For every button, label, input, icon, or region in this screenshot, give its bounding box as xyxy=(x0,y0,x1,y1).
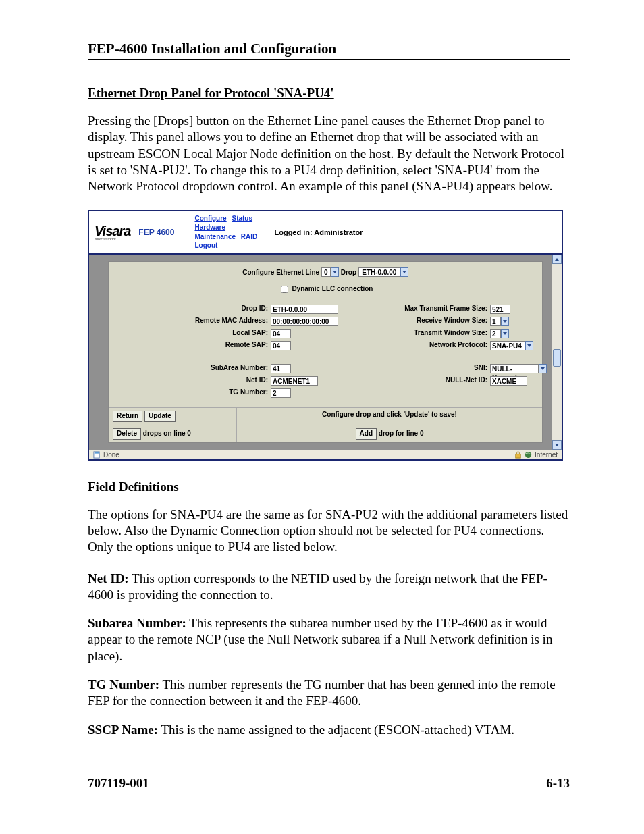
svg-rect-1 xyxy=(95,452,99,453)
section-heading: Ethernet Drop Panel for Protocol 'SNA-PU… xyxy=(88,86,570,101)
def-sscp-term: SSCP Name: xyxy=(88,723,158,737)
def-sscp-body: This is the name assigned to the adjacen… xyxy=(158,723,514,737)
browser-status-bar: Done Internet xyxy=(89,450,562,459)
update-button[interactable]: Update xyxy=(144,411,176,422)
svg-point-3 xyxy=(525,451,531,457)
chevron-down-icon xyxy=(501,317,509,326)
scroll-thumb[interactable] xyxy=(553,349,561,367)
nav-hardware[interactable]: Hardware xyxy=(194,224,225,231)
tx-window-select[interactable]: 2 xyxy=(490,329,509,338)
max-tx-input[interactable]: 521 xyxy=(490,305,510,314)
delete-suffix: drops on line 0 xyxy=(141,429,191,437)
document-title: FEP-4600 Installation and Configuration xyxy=(88,41,570,60)
nullnet-label: NULL-Net ID: xyxy=(355,376,490,386)
rx-window-select[interactable]: 1 xyxy=(490,317,509,326)
remote-mac-label: Remote MAC Address: xyxy=(115,317,271,326)
chevron-down-icon xyxy=(501,329,509,338)
nav-links: Configure Status Hardware Maintenance RA… xyxy=(194,214,269,251)
def-netid: Net ID: This option corresponds to the N… xyxy=(88,571,570,604)
screenshot-panel: Visara International FEP 4600 Configure … xyxy=(88,210,563,461)
lock-icon xyxy=(514,451,522,459)
nav-raid[interactable]: RAID xyxy=(241,233,257,240)
chevron-down-icon xyxy=(400,267,408,277)
nav-logout[interactable]: Logout xyxy=(194,242,217,249)
page-icon xyxy=(93,451,101,459)
nav-status[interactable]: Status xyxy=(232,215,252,222)
subarea-label: SubArea Number: xyxy=(115,364,271,373)
def-netid-term: Net ID: xyxy=(88,571,129,585)
def-sscp: SSCP Name: This is the name assigned to … xyxy=(88,722,570,738)
scrollbar[interactable] xyxy=(552,255,562,450)
status-done: Done xyxy=(103,451,119,459)
nav-maintenance[interactable]: Maintenance xyxy=(194,233,236,240)
update-hint: Configure drop and click 'Update' to sav… xyxy=(237,408,542,425)
dynamic-llc-checkbox[interactable] xyxy=(281,286,288,293)
chevron-down-icon xyxy=(539,364,547,373)
remote-sap-input[interactable]: 04 xyxy=(271,341,291,350)
dynamic-llc-label: Dynamic LLC connection xyxy=(292,285,373,292)
def-subarea-term: Subarea Number: xyxy=(88,616,186,630)
line-select[interactable]: 0 xyxy=(321,267,339,277)
delete-button[interactable]: Delete xyxy=(113,428,141,440)
field-def-heading: Field Definitions xyxy=(88,479,570,494)
subarea-input[interactable]: 41 xyxy=(271,364,291,373)
tg-number-input[interactable]: 2 xyxy=(271,388,291,398)
intro-paragraph: Pressing the [Drops] button on the Ether… xyxy=(88,113,570,195)
chevron-down-icon xyxy=(525,341,533,350)
return-button[interactable]: Return xyxy=(113,411,142,422)
sni-label: SNI: xyxy=(355,364,490,373)
drop-id-input[interactable]: ETH-0.0.00 xyxy=(271,305,338,314)
max-tx-label: Max Transmit Frame Size: xyxy=(355,305,490,314)
svg-rect-2 xyxy=(516,454,520,458)
chevron-down-icon xyxy=(331,267,339,277)
def-netid-body: This option corresponds to the NETID use… xyxy=(88,571,547,602)
net-protocol-select[interactable]: SNA-PU4 xyxy=(490,341,533,350)
nav-configure[interactable]: Configure xyxy=(194,215,226,222)
nullnet-input[interactable]: XACME xyxy=(490,376,527,386)
local-sap-input[interactable]: 04 xyxy=(271,329,291,338)
globe-icon xyxy=(525,451,532,459)
logo-text: Visara xyxy=(95,224,130,238)
config-line-label: Configure Ethernet Line xyxy=(242,269,319,276)
drop-id-label: Drop ID: xyxy=(115,305,271,314)
field-def-intro: The options for SNA-PU4 are the same as … xyxy=(88,506,570,556)
logged-in-label: Logged in: Administrator xyxy=(274,228,363,236)
tx-window-label: Transmit Window Size: xyxy=(355,329,490,338)
rx-window-label: Receive Window Size: xyxy=(355,317,490,326)
netid-label: Net ID: xyxy=(115,376,271,386)
remote-mac-input[interactable]: 00:00:00:00:00:00 xyxy=(271,317,338,326)
tg-number-label: TG Number: xyxy=(115,388,271,398)
def-tg: TG Number: This number represents the TG… xyxy=(88,677,570,710)
app-header: Visara International FEP 4600 Configure … xyxy=(89,211,562,255)
add-button[interactable]: Add xyxy=(356,428,377,440)
footer-docnum: 707119-001 xyxy=(88,776,149,791)
remote-sap-label: Remote SAP: xyxy=(115,341,271,350)
status-zone: Internet xyxy=(535,451,558,459)
net-protocol-label: Network Protocol: xyxy=(355,341,490,350)
def-tg-term: TG Number: xyxy=(88,677,159,692)
drop-label: Drop xyxy=(341,269,356,276)
def-subarea: Subarea Number: This represents the suba… xyxy=(88,615,570,664)
netid-input[interactable]: ACMENET1 xyxy=(271,376,318,386)
product-model: FEP 4600 xyxy=(138,228,174,237)
drop-select[interactable]: ETH-0.0.00 xyxy=(358,267,408,277)
sni-select[interactable]: NULL-Network xyxy=(490,364,547,373)
add-suffix: drop for line 0 xyxy=(377,429,423,437)
local-sap-label: Local SAP: xyxy=(115,329,271,338)
scroll-up-icon[interactable] xyxy=(552,255,562,264)
scroll-down-icon[interactable] xyxy=(552,440,562,450)
footer-pagenum: 6-13 xyxy=(546,776,570,791)
